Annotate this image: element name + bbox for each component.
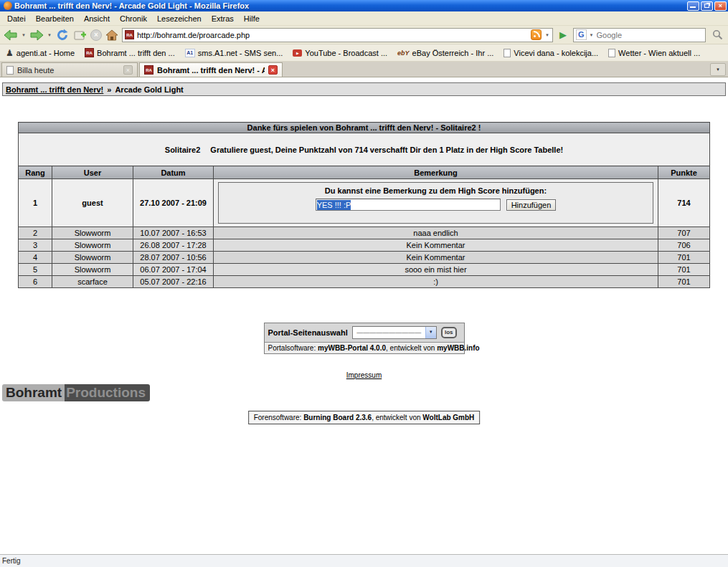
portal-developer-name: myWBB.info: [437, 344, 479, 352]
search-go-icon[interactable]: [709, 27, 725, 43]
site-favicon: [125, 30, 134, 39]
menu-lesezeichen[interactable]: Lesezeichen: [153, 13, 206, 24]
cell-datum: 05.07 2007 - 22:16: [133, 276, 214, 288]
table-row-guest: 1 guest 27.10 2007 - 21:09 Du kannst ein…: [19, 179, 710, 227]
impressum-link[interactable]: Impressum: [346, 371, 382, 379]
ebay-icon: [397, 49, 410, 57]
hinzufuegen-button[interactable]: Hinzufügen: [506, 199, 557, 211]
cell-bemerkung: sooo ein mist hier: [214, 264, 658, 276]
search-bar: G ▼: [573, 28, 706, 42]
footer-credit-prefix: Forensoftware:: [254, 414, 303, 421]
menu-datei[interactable]: Datei: [3, 13, 30, 24]
portal-selection-box: Portal-Seitenauswahl —————————— ▼ los Po…: [264, 323, 465, 354]
bookmark-label: eBay Österreich - Ihr ...: [412, 49, 494, 57]
google-icon: G: [576, 29, 587, 40]
youtube-icon: [293, 49, 302, 57]
breadcrumb: Bohramt ... trifft den Nerv! » Arcade Go…: [2, 82, 726, 96]
bookmark-ebay[interactable]: eBay Österreich - Ihr ...: [397, 49, 493, 57]
back-dropdown-icon[interactable]: ▼: [21, 33, 27, 37]
search-input[interactable]: [597, 31, 703, 39]
cell-rang: 3: [19, 239, 52, 252]
table-row: 2 Slowworm 10.07 2007 - 16:53 naaa endli…: [19, 227, 710, 239]
chevron-down-icon[interactable]: ▼: [425, 327, 436, 338]
bookmark-label: sms.A1.net - SMS sen...: [198, 49, 283, 57]
minimize-button[interactable]: [687, 1, 699, 11]
logo-part-bohramt: Bohramt: [2, 384, 65, 401]
highscore-table: Danke fürs spielen von Bohramt ... triff…: [18, 122, 710, 288]
column-header-bemerkung: Bemerkung: [214, 166, 658, 179]
tab-billa-heute[interactable]: Billa heute ×: [1, 62, 138, 77]
cell-rang: 5: [19, 264, 52, 276]
table-row: 6 scarface 05.07 2007 - 22:16 :) 701: [19, 276, 710, 288]
new-tab-button[interactable]: [72, 27, 88, 43]
forward-button[interactable]: [29, 27, 44, 43]
logo-part-productions: Productions: [65, 384, 150, 401]
comment-form: Du kannst eine Bemerkung zu dem High Sco…: [218, 182, 653, 224]
browser-window: Bohramt ... trifft den Nerv! - Arcade Go…: [0, 0, 728, 567]
back-button[interactable]: [3, 27, 19, 43]
cell-user: Slowworm: [52, 252, 133, 264]
bohramt-ra-icon: [144, 65, 153, 75]
portal-select-value: ——————————: [353, 327, 425, 338]
bookmark-agenti[interactable]: agenti.at - Home: [6, 49, 75, 57]
page-icon: [608, 49, 615, 57]
home-button[interactable]: [104, 27, 120, 43]
portal-page-select[interactable]: —————————— ▼: [352, 326, 437, 339]
reload-button[interactable]: [55, 27, 70, 43]
close-button[interactable]: ×: [714, 1, 727, 11]
url-bar: ▼: [122, 28, 553, 42]
column-header-punkte: Punkte: [658, 166, 709, 179]
tab-label: Billa heute: [17, 66, 120, 75]
cell-punkte: 707: [658, 227, 709, 239]
rss-icon[interactable]: [531, 29, 542, 40]
navigation-toolbar: ▼ ▼ × ▼ ▶ G ▼: [0, 26, 728, 44]
los-button[interactable]: los: [441, 327, 457, 338]
menu-ansicht[interactable]: Ansicht: [80, 13, 114, 24]
congrats-row: Solitaire2 Gratuliere guest, Deine Punkt…: [19, 133, 710, 166]
search-engine-dropdown-icon[interactable]: ▼: [589, 33, 595, 37]
url-dropdown-icon[interactable]: ▼: [544, 33, 550, 37]
bookmark-sms-a1[interactable]: sms.A1.net - SMS sen...: [185, 49, 283, 57]
cell-datum: 26.08 2007 - 17:28: [133, 239, 214, 252]
restore-button[interactable]: [701, 1, 713, 11]
go-button[interactable]: ▶: [555, 27, 571, 43]
cell-datum: 10.07 2007 - 16:53: [133, 227, 214, 239]
menu-hilfe[interactable]: Hilfe: [240, 13, 264, 24]
cell-punkte: 706: [658, 239, 709, 252]
bookmark-label: YouTube - Broadcast ...: [305, 49, 387, 57]
cell-bemerkung: :): [214, 276, 658, 288]
menu-chronik[interactable]: Chronik: [115, 13, 151, 24]
bookmark-youtube[interactable]: YouTube - Broadcast ...: [293, 49, 387, 57]
breadcrumb-forum-link[interactable]: Bohramt ... trifft den Nerv!: [6, 85, 103, 94]
menu-bearbeiten[interactable]: Bearbeiten: [32, 13, 78, 24]
bookmark-bohramt[interactable]: Bohramt ... trifft den ...: [85, 48, 175, 57]
cell-datum: 28.07 2007 - 10:56: [133, 252, 214, 264]
url-input[interactable]: [137, 31, 528, 39]
bookmark-wetter[interactable]: Wetter - Wien aktuell ...: [608, 49, 700, 57]
forward-dropdown-icon[interactable]: ▼: [47, 33, 52, 37]
bohramt-productions-logo: Bohramt Productions: [2, 384, 150, 401]
menu-extras[interactable]: Extras: [207, 13, 238, 24]
table-header-row: Rang User Datum Bemerkung Punkte: [19, 166, 710, 179]
cell-bemerkung: Du kannst eine Bemerkung zu dem High Sco…: [214, 179, 658, 227]
tab-bar: Billa heute × Bohramt ... trifft den Ner…: [0, 62, 728, 77]
congrats-message: Gratuliere guest, Deine Punktzahl von 71…: [210, 146, 563, 154]
tab-close-icon[interactable]: ×: [123, 65, 133, 75]
cell-bemerkung: naaa endlich: [214, 227, 658, 239]
cell-user: Slowworm: [52, 264, 133, 276]
tab-bohramt-active[interactable]: Bohramt ... trifft den Nerv! - Arca... ×: [139, 62, 283, 77]
cell-punkte: 714: [658, 179, 709, 227]
column-header-datum: Datum: [133, 166, 214, 179]
list-all-tabs-button[interactable]: ▼: [710, 63, 726, 76]
comment-input[interactable]: YES !!! :P: [316, 199, 501, 211]
cell-bemerkung: Kein Kommentar: [214, 239, 658, 252]
bookmarks-toolbar: agenti.at - Home Bohramt ... trifft den …: [0, 44, 728, 62]
stop-button[interactable]: ×: [90, 29, 102, 41]
cell-rang: 4: [19, 252, 52, 264]
tab-close-icon[interactable]: ×: [268, 65, 278, 75]
footer-software-name: Burning Board 2.3.6: [303, 414, 372, 421]
bookmark-vicevi[interactable]: Vicevi dana - kolekcija...: [504, 49, 598, 57]
cell-user: scarface: [52, 276, 133, 288]
table-row: 5 Slowworm 06.07 2007 - 17:04 sooo ein m…: [19, 264, 710, 276]
page-content: Bohramt ... trifft den Nerv! » Arcade Go…: [0, 77, 728, 554]
